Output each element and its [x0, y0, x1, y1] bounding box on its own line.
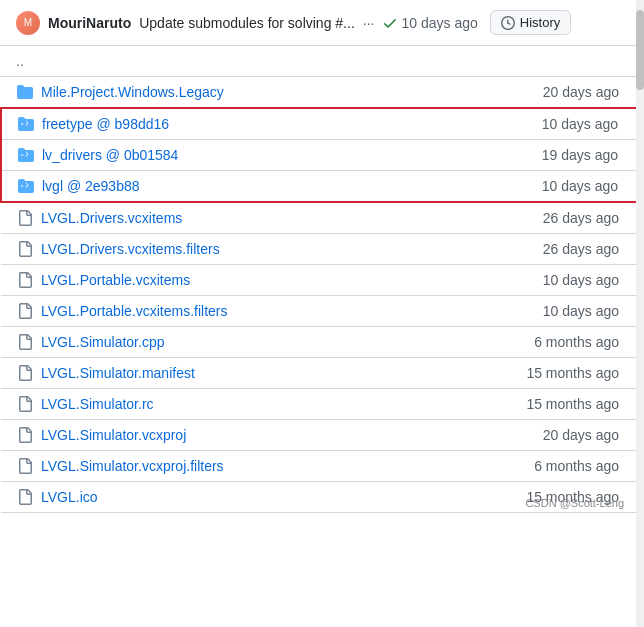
table-row[interactable]: LVGL.Simulator.manifest15 months ago	[1, 358, 643, 389]
file-icon	[17, 272, 33, 288]
file-link[interactable]: LVGL.Simulator.vcxproj.filters	[41, 458, 224, 474]
clock-icon	[501, 16, 515, 30]
parent-dir-label: ..	[16, 53, 24, 69]
file-icon	[17, 396, 33, 412]
table-row[interactable]: Mile.Project.Windows.Legacy20 days ago	[1, 77, 643, 108]
commit-check: 10 days ago	[382, 15, 477, 31]
top-bar: M MouriNaruto Update submodules for solv…	[0, 0, 644, 46]
file-time: 26 days ago	[435, 234, 644, 265]
table-row[interactable]: LVGL.Simulator.vcxproj.filters6 months a…	[1, 451, 643, 482]
file-icon	[17, 489, 33, 505]
table-row[interactable]: LVGL.Portable.vcxitems.filters10 days ag…	[1, 296, 643, 327]
file-name-cell: lvgl @ 2e93b88	[1, 171, 435, 203]
parent-row[interactable]: ..	[0, 46, 644, 77]
commit-message: Update submodules for solving #...	[139, 15, 355, 31]
table-row[interactable]: LVGL.Drivers.vcxitems26 days ago	[1, 202, 643, 234]
file-time: 26 days ago	[435, 202, 644, 234]
file-link[interactable]: LVGL.Simulator.vcxproj	[41, 427, 186, 443]
scrollbar[interactable]	[636, 0, 644, 627]
file-name-cell: LVGL.Drivers.vcxitems	[1, 202, 435, 234]
file-link[interactable]: LVGL.ico	[41, 489, 98, 505]
file-link[interactable]: LVGL.Portable.vcxitems.filters	[41, 303, 227, 319]
file-icon	[17, 365, 33, 381]
history-button[interactable]: History	[490, 10, 571, 35]
table-row[interactable]: LVGL.Simulator.vcxproj20 days ago	[1, 420, 643, 451]
file-name-cell: LVGL.Simulator.vcxproj.filters	[1, 451, 435, 482]
file-icon	[17, 210, 33, 226]
table-row[interactable]: LVGL.Portable.vcxitems10 days ago	[1, 265, 643, 296]
file-link[interactable]: LVGL.Portable.vcxitems	[41, 272, 190, 288]
file-time: 10 days ago	[435, 108, 644, 140]
table-row[interactable]: LVGL.Drivers.vcxitems.filters26 days ago	[1, 234, 643, 265]
file-icon	[17, 241, 33, 257]
file-name-cell: lv_drivers @ 0b01584	[1, 140, 435, 171]
file-link[interactable]: LVGL.Drivers.vcxitems	[41, 210, 182, 226]
table-row[interactable]: LVGL.Simulator.cpp6 months ago	[1, 327, 643, 358]
file-link[interactable]: Mile.Project.Windows.Legacy	[41, 84, 224, 100]
file-name-cell: LVGL.Portable.vcxitems	[1, 265, 435, 296]
file-table: Mile.Project.Windows.Legacy20 days agofr…	[0, 77, 644, 513]
submodule-icon	[18, 178, 34, 194]
file-time: 19 days ago	[435, 140, 644, 171]
file-time: 10 days ago	[435, 296, 644, 327]
watermark: CSDN @Scott-Leng	[525, 497, 624, 509]
file-browser: .. Mile.Project.Windows.Legacy20 days ag…	[0, 46, 644, 513]
file-link[interactable]: LVGL.Simulator.rc	[41, 396, 154, 412]
file-link[interactable]: lvgl @ 2e93b88	[42, 178, 140, 194]
file-link[interactable]: LVGL.Simulator.manifest	[41, 365, 195, 381]
file-icon	[17, 458, 33, 474]
table-row[interactable]: freetype @ b98dd1610 days ago	[1, 108, 643, 140]
file-name-cell: LVGL.Drivers.vcxitems.filters	[1, 234, 435, 265]
file-time: 10 days ago	[435, 171, 644, 203]
history-label: History	[520, 15, 560, 30]
table-row[interactable]: lvgl @ 2e93b8810 days ago	[1, 171, 643, 203]
commit-dots[interactable]: ···	[363, 15, 375, 31]
file-name-cell: LVGL.Simulator.manifest	[1, 358, 435, 389]
file-name-cell: LVGL.Simulator.cpp	[1, 327, 435, 358]
table-row[interactable]: lv_drivers @ 0b0158419 days ago	[1, 140, 643, 171]
file-name-cell: freetype @ b98dd16	[1, 108, 435, 140]
commit-author: MouriNaruto	[48, 15, 131, 31]
file-link[interactable]: lv_drivers @ 0b01584	[42, 147, 178, 163]
file-name-cell: LVGL.ico	[1, 482, 435, 513]
file-link[interactable]: LVGL.Drivers.vcxitems.filters	[41, 241, 220, 257]
file-icon	[17, 427, 33, 443]
file-time: 20 days ago	[435, 420, 644, 451]
folder-icon	[17, 84, 33, 100]
file-name-cell: LVGL.Simulator.vcxproj	[1, 420, 435, 451]
submodule-icon	[18, 147, 34, 163]
file-icon	[17, 334, 33, 350]
file-time: 10 days ago	[435, 265, 644, 296]
commit-time: 10 days ago	[401, 15, 477, 31]
check-icon	[382, 15, 398, 31]
file-time: 6 months ago	[435, 451, 644, 482]
file-name-cell: Mile.Project.Windows.Legacy	[1, 77, 435, 108]
file-time: 15 months ago	[435, 389, 644, 420]
file-link[interactable]: freetype @ b98dd16	[42, 116, 169, 132]
file-link[interactable]: LVGL.Simulator.cpp	[41, 334, 164, 350]
file-time: 20 days ago	[435, 77, 644, 108]
table-row[interactable]: LVGL.Simulator.rc15 months ago	[1, 389, 643, 420]
avatar: M	[16, 11, 40, 35]
submodule-icon	[18, 116, 34, 132]
file-time: 15 months ago	[435, 358, 644, 389]
scrollbar-thumb[interactable]	[636, 10, 644, 90]
file-name-cell: LVGL.Portable.vcxitems.filters	[1, 296, 435, 327]
file-time: 6 months ago	[435, 327, 644, 358]
file-name-cell: LVGL.Simulator.rc	[1, 389, 435, 420]
file-icon	[17, 303, 33, 319]
